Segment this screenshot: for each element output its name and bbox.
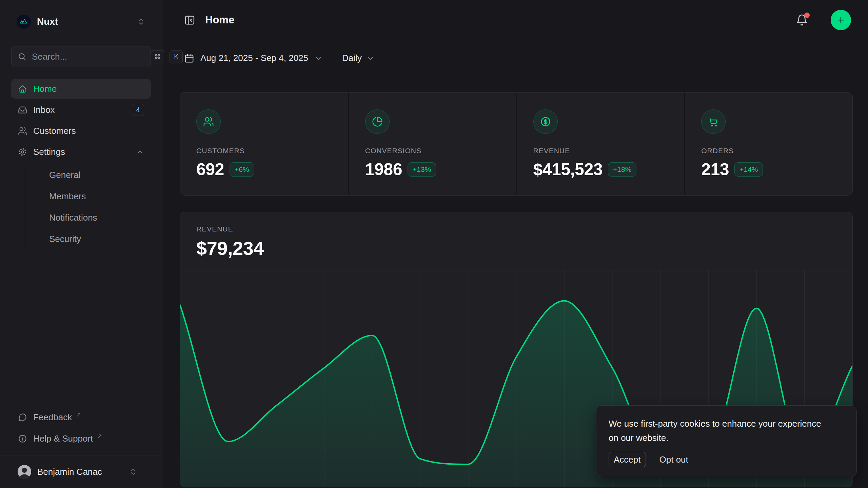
user-menu[interactable]: Benjamin Canac [11, 461, 144, 483]
sidebar-item-settings[interactable]: Settings [11, 142, 151, 162]
add-button[interactable] [831, 10, 851, 30]
submenu-item-label: Security [49, 234, 81, 244]
sidebar-item-general[interactable]: General [25, 164, 151, 186]
stat-delta-badge: +14% [734, 162, 763, 177]
search-icon [18, 52, 26, 61]
help-support-link[interactable]: Help & Support [11, 429, 151, 448]
sidebar-item-label: Home [33, 84, 144, 94]
page-title: Home [205, 14, 786, 26]
footer-link-label: Help & Support [33, 433, 93, 444]
stat-label: ORDERS [701, 147, 836, 155]
external-link-icon [97, 433, 102, 439]
stat-value: 213 [701, 160, 729, 179]
stat-delta-badge: +6% [230, 162, 254, 177]
inbox-count-badge: 4 [132, 104, 144, 116]
stats-row: CUSTOMERS 692 +6% CONVERSIONS 1986 +13% [180, 92, 853, 196]
sidebar-item-security[interactable]: Security [25, 228, 151, 250]
stat-delta-badge: +13% [408, 162, 436, 177]
page-header: Home [162, 0, 868, 40]
chat-bubble-icon [18, 413, 27, 422]
user-section: Benjamin Canac [0, 455, 162, 488]
settings-submenu: General Members Notifications Security [11, 164, 151, 250]
stat-value: 692 [196, 160, 224, 179]
chevrons-up-down-icon [137, 17, 145, 26]
granularity-select[interactable]: Daily [342, 53, 375, 63]
revenue-chart-value: $79,234 [196, 237, 836, 259]
chevrons-up-down-icon [129, 467, 138, 476]
submenu-item-label: Members [49, 191, 86, 202]
info-circle-icon [18, 434, 27, 443]
search-input[interactable]: ⌘ K [11, 46, 151, 67]
date-range-value: Aug 21, 2025 - Sep 4, 2025 [200, 53, 308, 63]
date-range-picker[interactable]: Aug 21, 2025 - Sep 4, 2025 [184, 53, 322, 63]
panel-left-close-icon [184, 15, 195, 26]
stat-label: REVENUE [533, 147, 668, 155]
stat-card-customers: CUSTOMERS 692 +6% [180, 93, 348, 195]
inbox-icon [18, 105, 27, 115]
sidebar-item-label: Inbox [33, 105, 126, 115]
sidebar-footer-nav: Feedback Help & Support [11, 407, 151, 448]
stat-card-conversions: CONVERSIONS 1986 +13% [348, 93, 516, 195]
sidebar-item-inbox[interactable]: Inbox 4 [11, 100, 151, 120]
search-field[interactable] [32, 52, 145, 62]
sidebar-item-label: Customers [33, 126, 144, 136]
workspace-name: Nuxt [37, 16, 131, 27]
nuxt-logo-icon [17, 15, 31, 29]
revenue-chart-label: REVENUE [196, 225, 836, 233]
plus-icon [836, 15, 846, 25]
gear-icon [18, 147, 27, 157]
stat-value: 1986 [365, 160, 402, 179]
accept-button[interactable]: Accept [609, 452, 646, 467]
sidebar-item-notifications[interactable]: Notifications [25, 207, 151, 228]
stat-card-orders: ORDERS 213 +14% [684, 93, 852, 195]
circle-dollar-icon [533, 109, 558, 134]
workspace-selector[interactable]: Nuxt [11, 12, 151, 31]
stat-delta-badge: +18% [608, 162, 636, 177]
stat-label: CONVERSIONS [365, 147, 500, 155]
toolbar: Aug 21, 2025 - Sep 4, 2025 Daily [162, 40, 868, 76]
submenu-item-label: General [49, 170, 81, 180]
notification-dot [804, 13, 810, 18]
home-icon [18, 84, 27, 94]
sidebar: Nuxt ⌘ K Home Inbox 4 [0, 0, 162, 488]
cookie-banner: We use first-party cookies to enhance yo… [596, 405, 857, 477]
chevron-down-icon [314, 54, 322, 62]
submenu-item-label: Notifications [49, 212, 97, 223]
users-icon [196, 109, 221, 134]
users-icon [18, 126, 27, 136]
opt-out-button[interactable]: Opt out [659, 454, 688, 465]
chevron-down-icon [367, 54, 375, 62]
sidebar-item-customers[interactable]: Customers [11, 121, 151, 141]
calendar-icon [184, 53, 194, 63]
external-link-icon [76, 412, 81, 418]
feedback-link[interactable]: Feedback [11, 407, 151, 427]
sidebar-item-members[interactable]: Members [25, 186, 151, 207]
sidebar-item-home[interactable]: Home [11, 79, 151, 99]
chevron-up-icon [136, 148, 144, 156]
stat-label: CUSTOMERS [196, 147, 332, 155]
cookie-message: We use first-party cookies to enhance yo… [609, 416, 822, 445]
sidebar-toggle-button[interactable] [184, 15, 195, 26]
sidebar-item-label: Settings [33, 147, 130, 157]
sidebar-nav: Home Inbox 4 Customers Settings [11, 79, 151, 250]
footer-link-label: Feedback [33, 412, 72, 423]
stat-value: $415,523 [533, 160, 603, 179]
shopping-cart-icon [701, 109, 726, 134]
notifications-button[interactable] [796, 14, 808, 26]
stat-card-revenue: REVENUE $415,523 +18% [516, 93, 685, 195]
granularity-value: Daily [342, 53, 362, 63]
user-name: Benjamin Canac [37, 467, 123, 477]
avatar [18, 465, 31, 479]
pie-chart-icon [365, 109, 390, 134]
